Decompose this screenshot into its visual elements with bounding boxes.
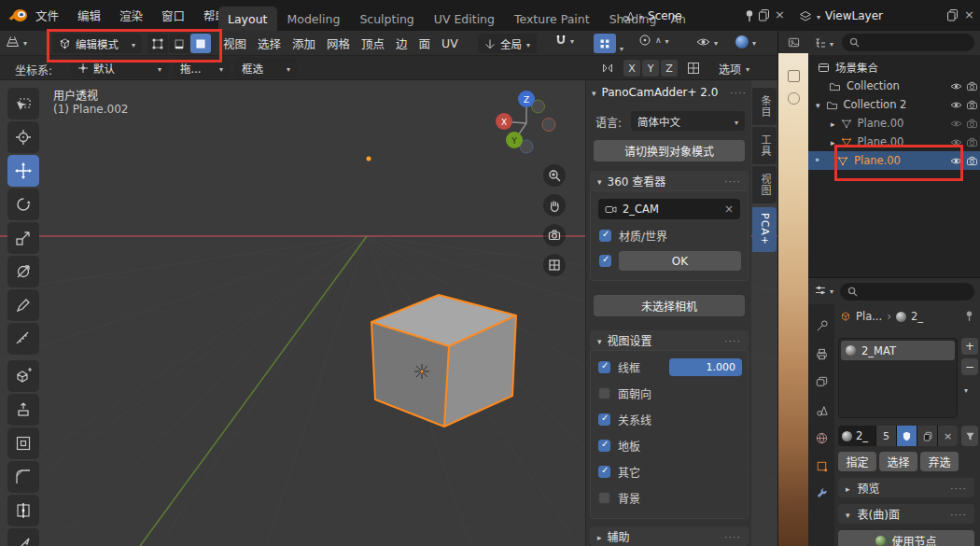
new-view-layer-icon[interactable] [946,8,959,21]
sidebar-tab-view[interactable]: 视图 [752,166,777,203]
switch-mode-button[interactable]: 请切换到对象模式 [594,140,745,161]
pan-button[interactable] [543,194,566,217]
edge-select-button[interactable] [169,34,189,53]
expand-icon[interactable] [816,98,820,111]
menu-window[interactable]: 窗口 [152,0,194,31]
workspace-tab-sculpting[interactable]: Sculpting [350,7,423,31]
outliner-row-collection[interactable]: Collection [808,77,980,95]
sidebar-tab-tool[interactable]: 工具 [752,127,777,164]
background-checkbox[interactable] [598,492,610,504]
remove-slot-button[interactable]: − [961,358,978,375]
material-slot-list[interactable]: 2_MAT [838,338,958,418]
material-world-checkbox[interactable] [599,230,611,242]
menu-edit[interactable]: 编辑 [68,0,110,31]
scene-name[interactable]: Scene [648,9,682,22]
wireframe-checkbox[interactable] [598,361,610,373]
axis-z-button[interactable]: Z [661,60,678,77]
material-filter-button[interactable] [961,426,978,446]
workspace-tab-texture-paint[interactable]: Texture Paint [505,7,599,31]
tool-annotate[interactable] [7,289,39,321]
image-editor-icon[interactable] [788,36,800,49]
blender-logo-icon[interactable] [8,8,28,22]
navigation-gizmo[interactable]: Z X Y [490,87,563,160]
ok-checkbox[interactable] [599,255,611,267]
panel-collapse-icon[interactable] [592,86,596,99]
clear-camera-icon[interactable]: × [724,203,734,216]
ok-button[interactable]: OK [619,251,741,271]
workspace-tab-modeling[interactable]: Modeling [278,7,350,31]
tool-measure[interactable] [7,323,39,355]
eye-icon[interactable] [950,157,962,165]
unlink-scene-icon[interactable]: × [775,7,785,21]
menu-file[interactable]: 文件 [26,0,68,31]
drag-action-dropdown[interactable]: 拖... [174,58,230,77]
eye-icon[interactable] [950,138,962,147]
outliner-row-plane-1[interactable]: Plane.00 [808,114,980,133]
sidebar-tab-item[interactable]: 条目 [752,88,777,125]
deselect-button[interactable]: 弃选 [920,452,959,471]
strip-tool-icon[interactable] [788,70,800,82]
surface-section-header[interactable]: 表(曲)面 [838,504,974,524]
properties-editor-dropdown[interactable] [814,284,833,297]
copy-material-button[interactable] [917,426,937,446]
eye-icon[interactable] [950,82,962,91]
axis-y-button[interactable]: Y [642,60,659,77]
tab-tool[interactable] [808,312,834,340]
tool-cursor[interactable] [7,121,39,153]
other-checkbox[interactable] [598,466,610,478]
render-camera-icon[interactable] [966,81,978,91]
aux-section-header[interactable]: 辅助 [590,526,749,546]
render-camera-icon[interactable] [966,119,978,129]
tab-view-layer[interactable] [808,368,834,396]
menu-render[interactable]: 渲染 [110,0,152,31]
snap-base-icon[interactable] [687,62,700,75]
workspace-tab-layout[interactable]: Layout [218,7,277,31]
tool-select-box[interactable] [7,88,39,119]
tab-world[interactable] [808,424,834,452]
breadcrumb-object[interactable]: Pla... [856,310,882,323]
tool-bevel[interactable] [7,461,39,493]
mirror-icon[interactable] [601,62,614,75]
camera-view-button[interactable] [543,224,566,246]
material-ball-icon[interactable] [842,431,852,441]
viewport-3d[interactable]: 用户透视 (1) Plane.002 [0,80,777,546]
select-tool-dropdown[interactable]: 框选 [235,58,297,77]
tool-extrude[interactable] [7,394,39,426]
options-dropdown[interactable]: 选项 [719,59,749,77]
face-orientation-checkbox[interactable] [598,387,610,399]
breadcrumb-material[interactable]: 2_ [911,310,923,323]
strip-tool-icon-2[interactable] [788,92,800,105]
wireframe-width-slider[interactable]: 1.000 [669,358,742,376]
expand-icon[interactable] [831,117,835,130]
panel-drag-handle-icon[interactable] [730,86,747,99]
pin-icon[interactable] [745,9,754,22]
editor-type-dropdown[interactable] [6,35,27,49]
tool-scale[interactable] [7,222,39,254]
overlays-dropdown[interactable] [696,35,718,49]
tool-inset[interactable] [7,427,39,459]
tab-scene[interactable] [808,396,834,424]
eye-icon[interactable] [950,119,962,128]
preview-section-header[interactable]: 预览 [838,478,974,497]
view-layer-selector[interactable]: ViewLayer [799,7,883,25]
snap-options-caret-icon[interactable] [620,41,623,54]
face-select-button[interactable] [190,34,211,53]
mode-dropdown[interactable]: 编辑模式 [52,34,142,53]
expand-icon[interactable] [831,135,835,148]
outliner-search[interactable] [842,34,974,51]
outliner-row-plane-3-selected[interactable]: • Plane.00 [808,151,980,170]
outliner-row-scene-collection[interactable]: 场景集合 [808,58,980,77]
tool-transform[interactable] [7,256,39,287]
axis-x-button[interactable]: X [623,60,640,77]
menu-edge[interactable]: 边 [390,31,413,55]
render-camera-icon[interactable] [966,137,978,147]
workspace-tab-uv-editing[interactable]: UV Editing [425,7,504,31]
viewport-settings-header[interactable]: 视图设置 [590,330,749,350]
eye-icon[interactable] [950,101,962,109]
menu-select[interactable]: 选择 [252,31,287,55]
outliner-display-mode-dropdown[interactable] [814,36,833,49]
coord-default-dropdown[interactable]: 默认 [71,58,168,77]
material-name[interactable]: 2_ [856,429,875,442]
select-button[interactable]: 选择 [879,452,917,471]
menu-uv[interactable]: UV [436,31,464,55]
